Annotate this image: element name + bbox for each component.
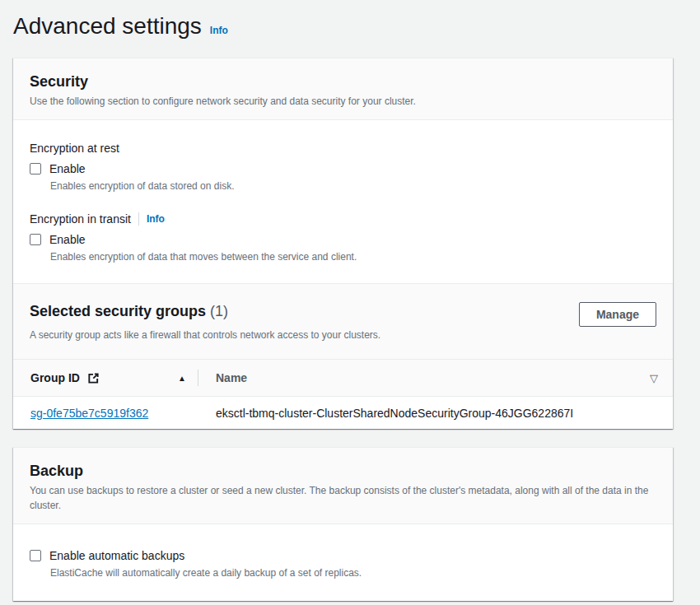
backup-card-title: Backup — [30, 462, 656, 480]
security-group-id-link[interactable]: sg-0fe75be7c5919f362 — [30, 407, 148, 420]
backup-card-header: Backup You can use backups to restore a … — [13, 448, 673, 524]
column-header-name[interactable]: Name ▽ — [198, 360, 673, 396]
backup-card-description: You can use backups to restore a cluster… — [30, 483, 656, 513]
encryption-at-rest-label: Encryption at rest — [30, 140, 656, 156]
encryption-at-rest-help: Enables encryption of data stored on dis… — [50, 179, 656, 193]
backup-card-body: Enable automatic backups ElastiCache wil… — [13, 524, 673, 601]
label-divider — [138, 212, 139, 226]
selected-security-groups-count: (1) — [210, 303, 228, 319]
encryption-in-transit-enable-row[interactable]: Enable — [30, 233, 656, 246]
page-info-link[interactable]: Info — [210, 25, 228, 36]
manage-button[interactable]: Manage — [579, 302, 656, 327]
enable-automatic-backups-label: Enable automatic backups — [49, 549, 184, 562]
encryption-in-transit-label: Encryption in transit — [30, 211, 131, 227]
selected-security-groups-title-text: Selected security groups — [30, 303, 206, 319]
selected-security-groups-description: A security group acts like a firewall th… — [30, 328, 380, 342]
encryption-at-rest-checkbox-label: Enable — [49, 162, 86, 175]
security-card-title: Security — [30, 72, 656, 91]
external-link-icon — [87, 372, 100, 384]
encryption-in-transit-checkbox[interactable] — [30, 234, 41, 245]
enable-automatic-backups-help: ElastiCache will automatically create a … — [50, 566, 656, 579]
advanced-settings-page: Advanced settings Info Security Use the … — [0, 0, 700, 601]
encryption-in-transit-help: Enables encryption of data that moves be… — [50, 250, 656, 263]
encryption-in-transit-info-link[interactable]: Info — [147, 213, 165, 225]
page-header: Advanced settings Info — [13, 13, 673, 40]
sort-ascending-icon: ▲ — [178, 374, 186, 383]
selected-security-groups-heading-block: Selected security groups (1) A security … — [30, 302, 380, 342]
encryption-in-transit-checkbox-label: Enable — [49, 233, 86, 246]
enable-automatic-backups-checkbox[interactable] — [30, 550, 41, 561]
column-header-group-id[interactable]: Group ID ▲ — [13, 360, 198, 396]
encryption-in-transit-label-row: Encryption in transit Info — [30, 211, 656, 227]
name-column-label: Name — [216, 371, 247, 384]
security-groups-table-header: Group ID ▲ Name ▽ — [13, 359, 673, 396]
security-group-name-cell: eksctl-tbmq-cluster-ClusterSharedNodeSec… — [198, 407, 673, 420]
security-card-body: Encryption at rest Enable Enables encryp… — [13, 120, 673, 283]
encryption-at-rest-checkbox[interactable] — [30, 163, 41, 175]
encryption-at-rest-field: Encryption at rest Enable Enables encryp… — [30, 140, 656, 193]
sort-indicator-down-icon: ▽ — [650, 372, 658, 384]
security-card-description: Use the following section to configure n… — [30, 94, 656, 109]
page-title: Advanced settings — [13, 13, 202, 40]
encryption-at-rest-enable-row[interactable]: Enable — [30, 162, 656, 175]
column-divider — [198, 370, 198, 386]
encryption-in-transit-field: Encryption in transit Info Enable Enable… — [30, 211, 656, 263]
security-card-header: Security Use the following section to co… — [13, 58, 673, 120]
selected-security-groups-header: Selected security groups (1) A security … — [13, 283, 673, 359]
group-id-column-label: Group ID — [30, 371, 80, 384]
selected-security-groups-title: Selected security groups (1) — [30, 302, 380, 320]
enable-automatic-backups-row[interactable]: Enable automatic backups — [30, 549, 656, 562]
group-id-cell: sg-0fe75be7c5919f362 — [13, 407, 198, 420]
security-card: Security Use the following section to co… — [13, 58, 673, 429]
backup-card: Backup You can use backups to restore a … — [13, 447, 673, 601]
security-group-table-row: sg-0fe75be7c5919f362 eksctl-tbmq-cluster… — [13, 396, 673, 429]
